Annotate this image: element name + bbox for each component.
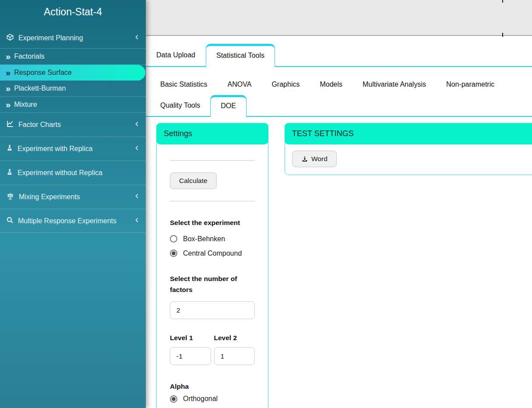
sidebar-item-label: Multiple Response Experiments (18, 217, 116, 225)
radio-label: Central Compound (183, 250, 242, 257)
cube-icon (6, 33, 14, 43)
sidebar: Action-Stat-4 Experiment Planning » Fact… (0, 0, 146, 408)
radio-label: Box-Behnken (183, 235, 225, 243)
tab-models[interactable]: Models (310, 74, 352, 95)
settings-panel: Settings Calculate Select the experiment… (156, 123, 268, 408)
tab-quality-tools[interactable]: Quality Tools (150, 95, 210, 116)
test-settings-panel-body: Word (285, 144, 532, 175)
flask-icon (6, 144, 13, 154)
tab-data-upload[interactable]: Data Upload (146, 44, 206, 66)
double-chevron-icon: » (6, 85, 10, 92)
sidebar-item-label: Experiment without Replica (18, 169, 102, 177)
word-export-button[interactable]: Word (292, 151, 337, 167)
chevron-left-icon (134, 145, 140, 153)
search-icon (6, 216, 14, 225)
cursor-tick-top (502, 0, 503, 3)
level2-input[interactable] (214, 347, 255, 365)
sidebar-item-experiment-with-replica[interactable]: Experiment with Replica (0, 137, 146, 161)
level2-label: Level 2 (214, 334, 255, 342)
sidebar-item-multiple-response-experiments[interactable]: Multiple Response Experiments (0, 209, 146, 233)
factors-input[interactable] (170, 301, 255, 319)
balance-scale-icon (6, 192, 14, 202)
radio-central-compound[interactable]: Central Compound (170, 250, 255, 257)
settings-panel-body: Calculate Select the experiment Box-Behn… (157, 160, 268, 408)
radio-box-behnken[interactable]: Box-Behnken (170, 235, 255, 243)
sidebar-item-label: Factorials (14, 53, 44, 60)
tab-anova[interactable]: ANOVA (218, 74, 262, 95)
tab-graphics[interactable]: Graphics (261, 74, 310, 95)
tab-non-parametric[interactable]: Non-parametric (436, 74, 504, 95)
test-settings-panel: TEST SETTINGS Word (285, 123, 532, 175)
sidebar-item-label: Experiment with Replica (18, 145, 93, 153)
flask-icon (6, 168, 13, 178)
tab-basic-statistics[interactable]: Basic Statistics (150, 74, 218, 95)
chart-line-icon (6, 120, 14, 130)
top-header-bar (146, 0, 532, 36)
word-export-label: Word (311, 155, 328, 163)
alpha-section-label: Alpha (170, 381, 255, 392)
radio-circle-icon[interactable] (170, 250, 177, 257)
tab-statistical-tools[interactable]: Statistical Tools (206, 44, 275, 67)
sidebar-item-label: Mixture (14, 101, 37, 109)
sidebar-item-experiment-without-replica[interactable]: Experiment without Replica (0, 161, 146, 185)
main-area: Data Upload Statistical Tools Basic Stat… (146, 0, 532, 408)
double-chevron-icon: » (6, 69, 10, 76)
doe-content: Settings Calculate Select the experiment… (146, 117, 532, 408)
experiment-section-label: Select the experiment (170, 218, 255, 229)
levels-row: Level 1 Level 2 (170, 334, 255, 365)
level2-group: Level 2 (214, 334, 255, 365)
radio-circle-icon[interactable] (170, 235, 177, 243)
main-tab-bar: Data Upload Statistical Tools (146, 44, 532, 67)
chevron-left-icon (134, 217, 140, 225)
level1-input[interactable] (170, 347, 211, 365)
double-chevron-icon: » (6, 101, 10, 108)
download-icon (301, 155, 308, 162)
sidebar-item-label: Plackett-Burman (14, 84, 66, 92)
divider (170, 160, 255, 161)
sidebar-item-response-surface[interactable]: » Response Surface (0, 65, 145, 81)
tools-tab-bar: Basic Statistics ANOVA Graphics Models M… (146, 67, 532, 117)
radio-orthogonal[interactable]: Orthogonal (170, 395, 255, 403)
radio-circle-icon[interactable] (170, 395, 177, 403)
sidebar-item-label: Response Surface (14, 69, 72, 77)
cursor-tick-bottom (502, 33, 503, 37)
sidebar-item-label: Factor Charts (18, 121, 61, 129)
level1-group: Level 1 (170, 334, 211, 365)
sidebar-item-factor-charts[interactable]: Factor Charts (0, 113, 146, 137)
app-title: Action-Stat-4 (0, 0, 146, 28)
sidebar-item-label: Mixing Experiments (19, 193, 80, 201)
sidebar-item-mixture[interactable]: » Mixture (0, 97, 146, 113)
settings-panel-title: Settings (156, 123, 268, 144)
sidebar-item-label: Experiment Planning (18, 34, 83, 42)
chevron-left-icon (134, 193, 140, 201)
divider (170, 201, 255, 201)
chevron-left-icon (134, 34, 140, 42)
tab-multivariate-analysis[interactable]: Multivariate Analysis (352, 74, 436, 95)
radio-label: Orthogonal (183, 395, 218, 403)
sidebar-item-experiment-planning[interactable]: Experiment Planning (0, 28, 146, 49)
test-settings-panel-title: TEST SETTINGS (285, 123, 532, 144)
level1-label: Level 1 (170, 334, 211, 342)
double-chevron-icon: » (6, 53, 10, 60)
chevron-left-icon (134, 121, 140, 129)
sidebar-item-factorials[interactable]: » Factorials (0, 49, 146, 65)
sidebar-item-mixing-experiments[interactable]: Mixing Experiments (0, 185, 146, 209)
tab-doe[interactable]: DOE (210, 95, 247, 117)
sidebar-item-plackett-burman[interactable]: » Plackett-Burman (0, 81, 146, 97)
factors-section-label: Select the number of factors (170, 274, 255, 295)
calculate-button[interactable]: Calculate (170, 172, 217, 189)
